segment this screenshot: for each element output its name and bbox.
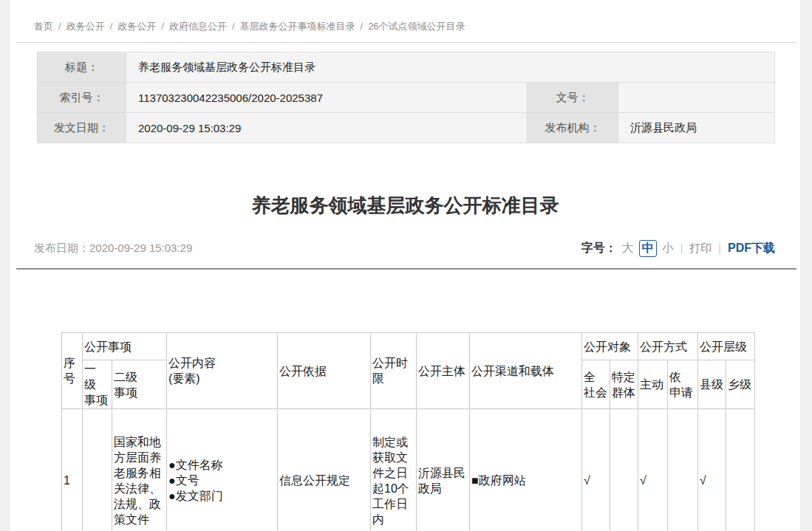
document-meta-table: 标题： 养老服务领域基层政务公开标准目录 索引号： 11370323004223… [37, 52, 775, 143]
cell-target-all: √ [582, 409, 610, 531]
breadcrumb-link-5[interactable]: 26个试点领域公开目录 [368, 21, 465, 32]
cell-target-specific [610, 409, 638, 531]
meta-row-title: 标题： 养老服务领域基层政务公开标准目录 [38, 52, 775, 83]
meta-index-value: 113703230042235006/2020-2025387 [126, 83, 528, 113]
th-seq: 序号 [62, 333, 83, 409]
breadcrumb-link-home[interactable]: 首页 [34, 21, 53, 32]
cell-subject: 沂源县民政局 [417, 409, 470, 531]
toolbar-separator: | [718, 242, 721, 254]
th-method-request: 依 申请 [668, 360, 698, 409]
cell-time-limit: 制定或获取文件之日起10个工作日内 [371, 409, 417, 531]
cell-method-active: √ [638, 409, 668, 531]
breadcrumb-link-3[interactable]: 政府信息公开 [169, 21, 227, 32]
breadcrumb-separator: / [232, 21, 235, 32]
meta-docnum-value [618, 83, 775, 113]
meta-date-value: 2020-09-29 15:03:29 [126, 113, 528, 143]
title-divider [16, 268, 796, 270]
cell-level2: 国家和地方层面养老服务相关法律、法规、政策文件 [112, 409, 167, 531]
table-row: 1 国家和地方层面养老服务相关法律、法规、政策文件 ●文件名称 ●文号 ●发文部… [62, 409, 755, 531]
font-size-small-button[interactable]: 小 [662, 241, 674, 256]
meta-docnum-label: 文号： [528, 83, 618, 113]
th-level-town: 乡级 [726, 360, 755, 409]
print-button[interactable]: 打印 [689, 241, 712, 256]
content-card: 首页/政务公开/政务公开/政府信息公开/基层政务公开事项标准目录/26个试点领域… [10, 0, 800, 531]
cell-level-county: √ [698, 409, 726, 531]
th-level-group: 公开层级 [698, 333, 755, 360]
meta-row-date: 发文日期： 2020-09-29 15:03:29 发布机构： 沂源县民政局 [38, 113, 775, 143]
breadcrumb-link-2[interactable]: 政务公开 [117, 21, 156, 32]
meta-title-label: 标题： [38, 52, 126, 83]
breadcrumb-link-1[interactable]: 政务公开 [66, 21, 105, 32]
article-tools: 字号： 大 中 小 | 打印 | PDF下载 [581, 240, 775, 257]
catalogue-table: 序号 公开事项 公开内容 (要素) 公开依据 公开时 限 公开主体 公开渠道和载… [61, 332, 755, 531]
th-subject: 公开主体 [417, 333, 470, 409]
th-time-limit: 公开时 限 [371, 333, 417, 409]
th-level-county: 县级 [698, 360, 726, 409]
font-size-label: 字号： [581, 241, 617, 256]
th-level2: 二级 事项 [112, 360, 167, 409]
cell-seq: 1 [62, 409, 83, 531]
font-size-medium-button[interactable]: 中 [639, 240, 657, 257]
th-item-group: 公开事项 [83, 333, 167, 360]
publish-date: 发布日期：2020-09-29 15:03:29 [34, 241, 192, 256]
breadcrumb-divider [16, 42, 796, 43]
meta-date-label: 发文日期： [38, 113, 126, 143]
th-basis: 公开依据 [278, 333, 371, 409]
breadcrumb-separator: / [58, 21, 61, 32]
th-method-active: 主动 [638, 360, 668, 409]
th-level1: 一 级 事项 [83, 360, 112, 409]
table-header-row-1: 序号 公开事项 公开内容 (要素) 公开依据 公开时 限 公开主体 公开渠道和载… [62, 333, 755, 360]
breadcrumb-link-4[interactable]: 基层政务公开事项标准目录 [240, 21, 355, 32]
breadcrumb-separator: / [361, 21, 364, 32]
cell-method-request [668, 409, 698, 531]
th-method-group: 公开方式 [638, 333, 698, 360]
cell-level-town [726, 409, 755, 531]
meta-agency-value: 沂源县民政局 [618, 113, 775, 143]
breadcrumb: 首页/政务公开/政务公开/政府信息公开/基层政务公开事项标准目录/26个试点领域… [34, 20, 465, 33]
font-size-large-button[interactable]: 大 [622, 241, 634, 256]
cell-level1 [83, 409, 112, 531]
breadcrumb-separator: / [161, 21, 164, 32]
cell-channel: ■政府网站 [470, 409, 582, 531]
th-target-group: 公开对象 [582, 333, 638, 360]
th-target-specific: 特定 群体 [610, 360, 638, 409]
page-title: 养老服务领域基层政务公开标准目录 [10, 193, 800, 219]
cell-content: ●文件名称 ●文号 ●发文部门 [167, 409, 278, 531]
publish-date-value: 2020-09-29 15:03:29 [89, 241, 192, 254]
meta-title-value: 养老服务领域基层政务公开标准目录 [126, 52, 775, 83]
cell-basis: 信息公开规定 [278, 409, 371, 531]
pdf-download-button[interactable]: PDF下载 [728, 241, 775, 256]
th-target-all: 全 社会 [582, 360, 610, 409]
meta-row-index: 索引号： 113703230042235006/2020-2025387 文号： [38, 83, 775, 113]
meta-index-label: 索引号： [38, 83, 126, 113]
th-content: 公开内容 (要素) [167, 333, 278, 409]
article-toolbar-row: 发布日期：2020-09-29 15:03:29 字号： 大 中 小 | 打印 … [34, 239, 775, 257]
breadcrumb-separator: / [110, 21, 113, 32]
meta-agency-label: 发布机构： [528, 113, 618, 143]
toolbar-separator: | [680, 242, 683, 254]
th-channel: 公开渠道和载体 [470, 333, 582, 409]
publish-date-label: 发布日期： [34, 241, 89, 254]
